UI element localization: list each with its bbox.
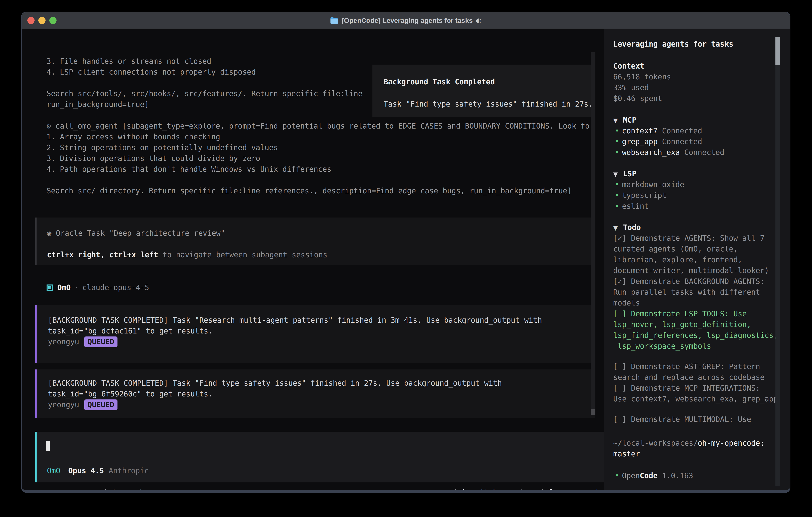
window-title-group: [OpenCode] Leveraging agents for tasks ◐	[330, 15, 482, 26]
traffic-lights	[27, 12, 57, 29]
app-window: [OpenCode] Leveraging agents for tasks ◐…	[21, 11, 790, 493]
main-scrollbar-thumb[interactable]	[590, 409, 596, 415]
mcp-status: Connected	[658, 127, 702, 135]
mcp-section-header[interactable]: ▼MCP	[613, 115, 790, 126]
input-provider-label: Anthropic	[109, 466, 149, 475]
tab-key-label: switch agent	[471, 487, 524, 490]
task-message-line: [BACKGROUND TASK COMPLETED] Task "Find t…	[48, 378, 591, 389]
mcp-name: websearch_exa	[622, 148, 680, 157]
log-line: 4. Path operations that don't handle Win…	[47, 164, 590, 175]
session-title: Leveraging agents for tasks	[613, 39, 790, 50]
log-line: ⚙ call_omo_agent [subagent_type=explore,…	[47, 121, 590, 132]
task-message-line: task_id="bg_6f59260c" to get results.	[48, 389, 591, 400]
log-line: 2. String operations on potentially unde…	[47, 142, 590, 153]
ctrlp-key-hint: ctrl+p	[536, 487, 563, 490]
todo-line: [ ] Demonstrate MULTIMODAL: Use	[613, 414, 790, 425]
bullet-icon: •	[615, 126, 622, 136]
model-row: OmOOpus 4.5Anthropic	[47, 465, 149, 476]
todo-line: lsp_find_references, lsp_diagnostics,	[613, 330, 790, 341]
todo-line: Use context7, websearch_exa, grep_app	[613, 393, 790, 404]
mcp-name: context7	[622, 127, 658, 135]
todo-line: [ ] Demonstrate MCP INTEGRATIONS:	[613, 383, 790, 393]
context-heading: Context	[613, 61, 790, 72]
bullet-icon: •	[615, 190, 622, 201]
mcp-status: Connected	[680, 148, 724, 157]
esc-key-label: interrupt	[103, 487, 143, 490]
close-button[interactable]	[27, 17, 35, 24]
status-badge: QUEUED	[84, 336, 117, 347]
separator-dot: ·	[74, 282, 79, 293]
todo-line: [ ] Demonstrate AST-GREP: Pattern	[613, 361, 790, 372]
todo-line: curated agents (OmO, oracle,	[613, 244, 790, 254]
input-model-label: Opus 4.5	[68, 466, 104, 475]
main-terminal: 3. File handles or streams not closed4. …	[22, 29, 604, 490]
text-cursor	[46, 441, 50, 451]
bullet-icon: •	[615, 147, 622, 158]
todo-line: Run parallel tasks with different	[613, 287, 790, 298]
task-message-line: [BACKGROUND TASK COMPLETED] Task "Resear…	[48, 315, 591, 326]
lsp-item: •markdown-oxide	[613, 179, 790, 190]
sidebar: Leveraging agents for tasks Context 66,5…	[604, 29, 790, 490]
chevron-down-icon: ▼	[613, 224, 618, 231]
agent-header: OmO · claude-opus-4-5	[47, 282, 149, 293]
status-badge: QUEUED	[84, 400, 117, 410]
half-circle-icon: ◐	[476, 15, 482, 26]
lsp-name: eslint	[622, 202, 649, 211]
log-line: 1. Array access without bounds checking	[47, 132, 590, 142]
prompt-input[interactable]: OmOOpus 4.5Anthropic	[35, 432, 604, 483]
context-spent: $0.46 spent	[613, 93, 790, 104]
bullet-icon: •	[615, 201, 622, 212]
zoom-button[interactable]	[49, 17, 57, 24]
task-message-line: task_id="bg_dcfac161" to get results.	[48, 326, 591, 336]
lsp-item: •typescript	[613, 190, 790, 201]
folder-icon	[330, 17, 339, 24]
agent-name: OmO	[57, 282, 71, 293]
todo-line: [✓] Demonstrate BACKGROUND AGENTS:	[613, 276, 790, 287]
chevron-down-icon: ▼	[613, 171, 618, 178]
record-icon: ◉	[47, 229, 51, 238]
todo-line: search and replace across codebase	[613, 372, 790, 383]
todo-line: librarian, explore, frontend,	[613, 254, 790, 265]
toast-body: Task "Find type safety issues" finished …	[384, 99, 593, 110]
agent-model: claude-opus-4-5	[82, 282, 149, 293]
version-row: •OpenCode1.0.163	[613, 470, 790, 481]
agent-square-icon	[47, 284, 53, 291]
mcp-item: •websearch_exa Connected	[613, 147, 790, 158]
sidebar-scrollbar-thumb[interactable]	[776, 37, 780, 65]
gear-icon: ⚙	[47, 122, 51, 130]
task-author: yeongyu	[48, 337, 79, 346]
todo-line: lsp_workspace_symbols	[613, 341, 790, 352]
lsp-name: typescript	[622, 191, 667, 200]
tab-key-hint: tab	[453, 487, 467, 490]
input-agent-label: OmO	[47, 466, 60, 475]
task-author: yeongyu	[48, 401, 79, 409]
log-line: 3. Division operations that could divide…	[47, 153, 590, 164]
mcp-item: •grep_app Connected	[613, 136, 790, 147]
background-task-toast[interactable]: Background Task Completed Task "Find typ…	[372, 64, 593, 117]
chevron-down-icon: ▼	[613, 117, 618, 124]
oracle-task-hint: ctrl+x right, ctrl+x left to navigate be…	[47, 249, 327, 260]
main-scrollbar[interactable]	[590, 52, 596, 415]
context-used: 33% used	[613, 82, 790, 93]
todo-line: [ ] Demonstrate LSP TOOLS: Use	[613, 308, 790, 319]
todo-section-header[interactable]: ▼Todo	[613, 222, 790, 233]
mcp-list: •context7 Connected•grep_app Connected•w…	[613, 126, 790, 158]
todo-line: document-writer, multimodal-looker)	[613, 265, 790, 276]
workspace-branch: master	[613, 448, 790, 459]
toast-title: Background Task Completed	[384, 77, 495, 87]
log-line: Search src/ directory. Return specific f…	[47, 186, 590, 196]
minimize-button[interactable]	[38, 17, 46, 24]
mcp-status: Connected	[658, 137, 702, 146]
workspace-path: ~/local-workspaces/oh-my-opencode:	[613, 438, 790, 448]
mcp-name: grep_app	[622, 137, 658, 146]
context-tokens: 66,518 tokens	[613, 72, 790, 82]
todo-list: [✓] Demonstrate AGENTS: Show all 7curate…	[613, 233, 790, 425]
lsp-section-header[interactable]: ▼LSP	[613, 168, 790, 179]
sidebar-scrollbar[interactable]	[776, 37, 780, 486]
oracle-task-box: ◉ Oracle Task "Deep architecture review"…	[35, 218, 595, 265]
lsp-list: •markdown-oxide•typescript•eslint	[613, 179, 790, 212]
todo-line: models	[613, 298, 790, 308]
title-bar: [OpenCode] Leveraging agents for tasks ◐	[22, 12, 790, 29]
bullet-icon: •	[615, 470, 622, 481]
lsp-item: •eslint	[613, 201, 790, 212]
